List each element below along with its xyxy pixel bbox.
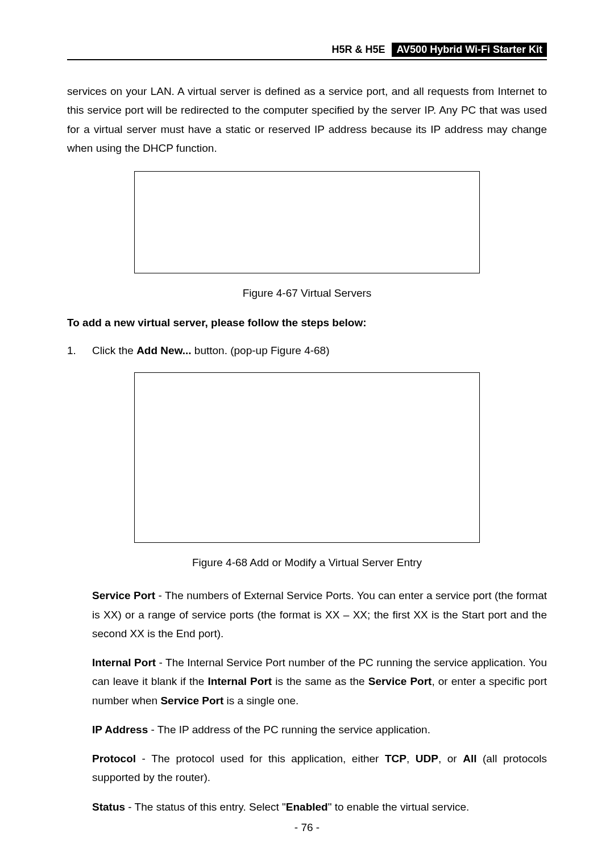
figure-1-placeholder (134, 171, 480, 273)
page-header: H5R & H5E AV500 Hybrid Wi-Fi Starter Kit (67, 43, 547, 57)
def-protocol: Protocol - The protocol used for this ap… (92, 749, 547, 787)
def-internal-port: Internal Port - The Internal Service Por… (92, 653, 547, 710)
def-status: Status - The status of this entry. Selec… (92, 798, 547, 816)
definitions-block: Service Port - The numbers of External S… (67, 586, 547, 816)
page-number: - 76 - (0, 821, 614, 834)
header-product: AV500 Hybrid Wi-Fi Starter Kit (392, 43, 547, 57)
ordered-step-list: 1. Click the Add New... button. (pop-up … (67, 342, 547, 360)
step-1: 1. Click the Add New... button. (pop-up … (67, 342, 547, 360)
def-ip-address: IP Address - The IP address of the PC ru… (92, 720, 547, 739)
step-1-text: Click the Add New... button. (pop-up Fig… (92, 342, 329, 360)
intro-paragraph: services on your LAN. A virtual server i… (67, 82, 547, 157)
header-model: H5R & H5E (331, 44, 385, 56)
header-divider (67, 59, 547, 60)
step-1-number: 1. (67, 342, 92, 360)
figure-2-caption: Figure 4-68 Add or Modify a Virtual Serv… (67, 556, 547, 569)
step-heading: To add a new virtual server, please foll… (67, 317, 547, 329)
figure-1-caption: Figure 4-67 Virtual Servers (67, 287, 547, 300)
figure-2-placeholder (134, 372, 480, 543)
def-service-port: Service Port - The numbers of External S… (92, 586, 547, 643)
